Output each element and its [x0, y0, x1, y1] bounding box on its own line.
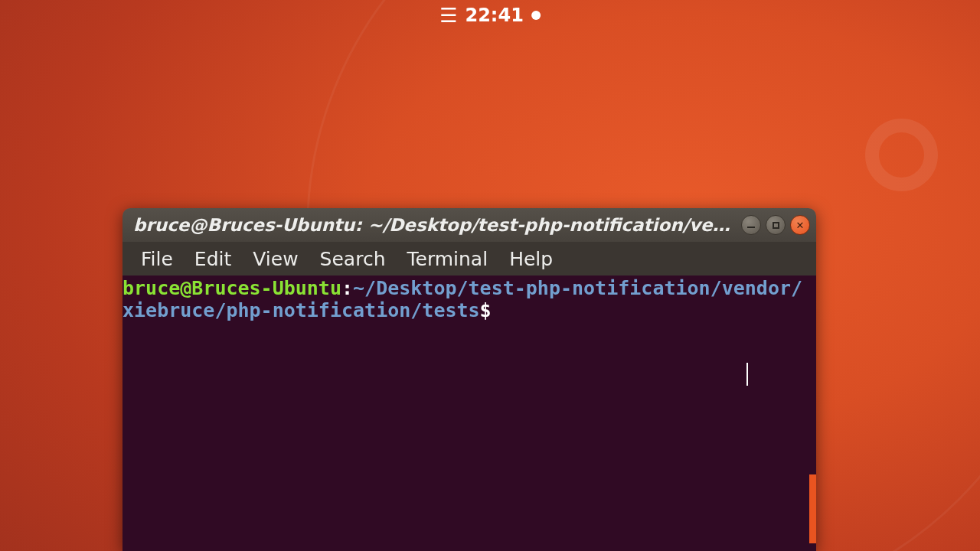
menu-search[interactable]: Search	[309, 245, 397, 273]
menu-view[interactable]: View	[242, 245, 309, 273]
scrollbar-thumb[interactable]	[809, 474, 816, 543]
window-controls	[741, 215, 810, 235]
prompt-separator: :	[341, 277, 353, 299]
notification-dot-icon	[531, 11, 541, 20]
terminal-menubar: File Edit View Search Terminal Help	[122, 242, 816, 276]
prompt-symbol: $	[480, 299, 492, 321]
window-titlebar[interactable]: bruce@Bruces-Ubuntu: ~/Desktop/test-php-…	[122, 208, 816, 242]
menu-file[interactable]: File	[130, 245, 184, 273]
terminal-body[interactable]: bruce@Bruces-Ubuntu:~/Desktop/test-php-n…	[122, 276, 816, 551]
prompt-user-host: bruce@Bruces-Ubuntu	[122, 277, 341, 299]
clock-text: 22:41	[465, 5, 523, 26]
wallpaper-circle	[865, 119, 938, 191]
calendar-menu-icon: ☰	[439, 5, 457, 25]
terminal-window: bruce@Bruces-Ubuntu: ~/Desktop/test-php-…	[122, 208, 816, 551]
gnome-top-panel[interactable]: ☰ 22:41	[439, 5, 541, 26]
minimize-button[interactable]	[741, 215, 761, 235]
menu-terminal[interactable]: Terminal	[396, 245, 498, 273]
prompt-line: bruce@Bruces-Ubuntu:~/Desktop/test-php-n…	[122, 277, 802, 321]
menu-help[interactable]: Help	[498, 245, 564, 273]
text-cursor-icon	[746, 363, 748, 386]
menu-edit[interactable]: Edit	[184, 245, 242, 273]
window-title: bruce@Bruces-Ubuntu: ~/Desktop/test-php-…	[133, 215, 732, 235]
close-button[interactable]	[790, 215, 810, 235]
maximize-button[interactable]	[766, 215, 786, 235]
